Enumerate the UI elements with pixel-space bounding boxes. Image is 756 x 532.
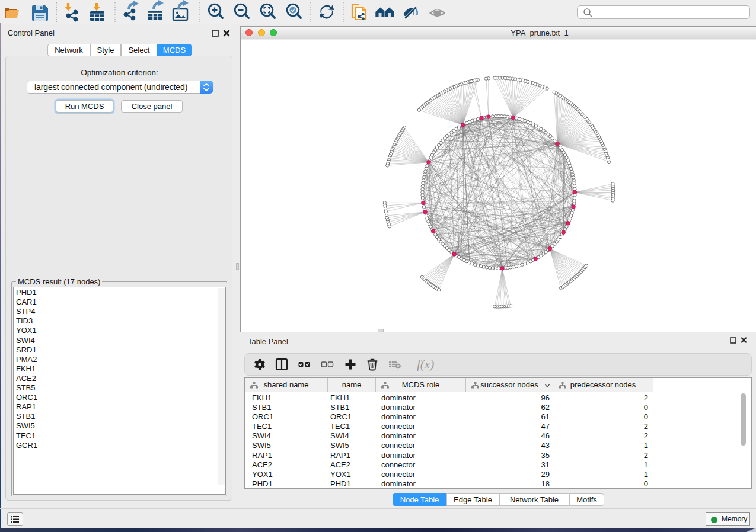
svg-text:f(x): f(x) xyxy=(417,357,434,371)
